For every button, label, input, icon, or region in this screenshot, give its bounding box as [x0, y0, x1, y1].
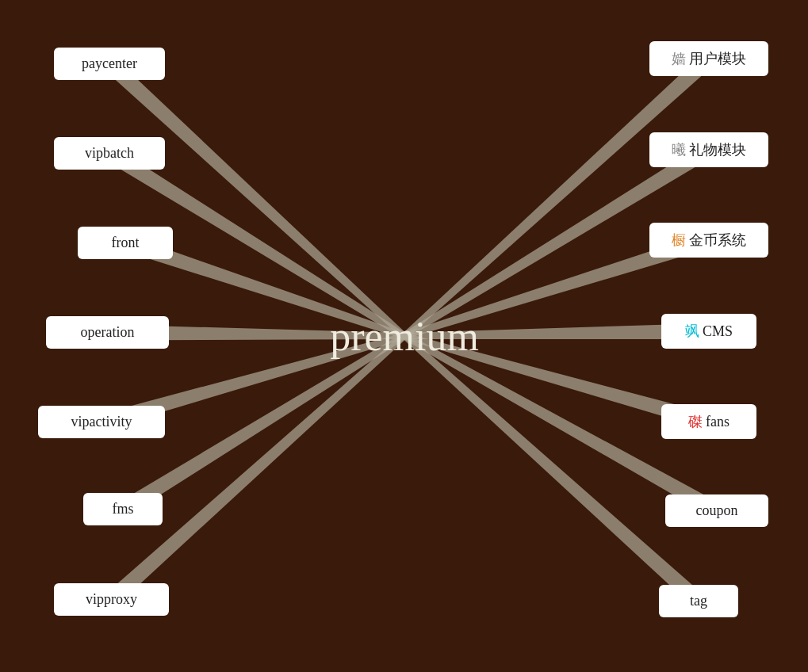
center-label: premium — [330, 313, 479, 360]
cms-label: CMS — [703, 323, 733, 340]
fans-icon: 磔 — [688, 412, 703, 431]
node-fms[interactable]: fms — [83, 493, 163, 525]
gift-module-icon: 曦 — [672, 140, 686, 159]
svg-marker-6 — [106, 334, 407, 605]
user-module-label: 用户模块 — [689, 49, 746, 68]
node-operation[interactable]: operation — [46, 316, 169, 349]
vipproxy-label: vipproxy — [86, 591, 137, 608]
coin-system-label: 金币系统 — [689, 231, 746, 250]
front-label: front — [112, 235, 140, 251]
vipbatch-label: vipbatch — [85, 145, 134, 162]
vipactivity-label: vipactivity — [71, 414, 132, 430]
tag-label: tag — [690, 593, 707, 609]
user-module-icon: 嫱 — [672, 49, 686, 68]
center-node: premium — [262, 301, 547, 371]
node-front[interactable]: front — [78, 227, 173, 259]
mind-map-canvas: premium paycenter vipbatch front operati… — [0, 0, 808, 672]
node-gift-module[interactable]: 曦 礼物模块 — [649, 132, 768, 167]
operation-label: operation — [81, 324, 135, 341]
coin-system-icon: 橱 — [672, 231, 686, 250]
node-fans[interactable]: 磔 fans — [661, 404, 756, 439]
fms-label: fms — [113, 501, 134, 517]
svg-marker-13 — [402, 334, 703, 607]
svg-marker-7 — [402, 53, 714, 338]
node-coupon[interactable]: coupon — [665, 494, 768, 527]
node-coin-system[interactable]: 橱 金币系统 — [649, 223, 768, 258]
gift-module-label: 礼物模块 — [689, 140, 746, 159]
node-vipproxy[interactable]: vipproxy — [54, 583, 169, 616]
paycenter-label: paycenter — [82, 55, 137, 72]
svg-marker-0 — [104, 58, 406, 338]
node-vipbatch[interactable]: vipbatch — [54, 137, 165, 170]
node-cms[interactable]: 飒 CMS — [661, 314, 756, 349]
node-user-module[interactable]: 嫱 用户模块 — [649, 41, 768, 76]
node-paycenter[interactable]: paycenter — [54, 48, 165, 80]
coupon-label: coupon — [696, 502, 738, 519]
node-tag[interactable]: tag — [659, 585, 738, 617]
cms-icon: 飒 — [685, 322, 699, 341]
fans-label: fans — [706, 414, 729, 430]
node-vipactivity[interactable]: vipactivity — [38, 406, 165, 438]
